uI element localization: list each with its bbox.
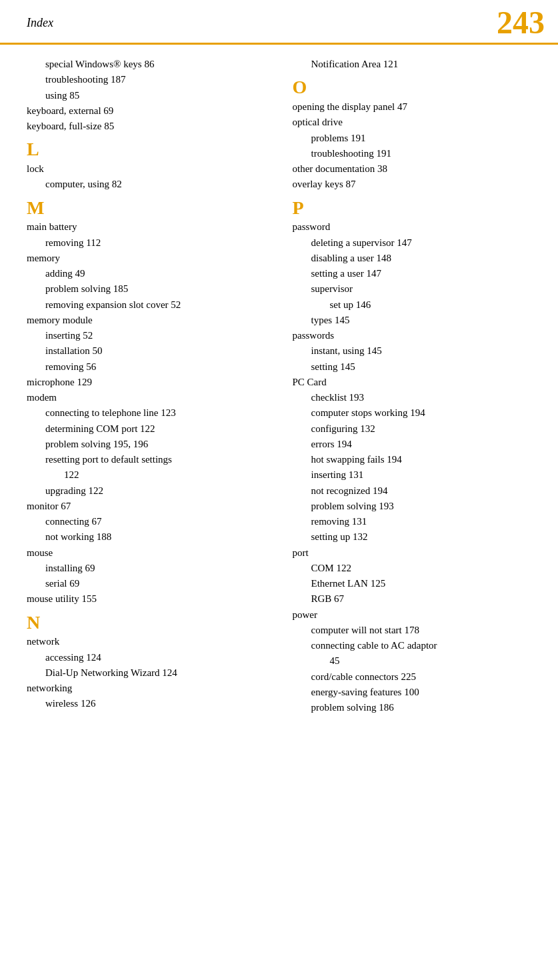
left-column: special Windows® keys 86troubleshooting … [13, 57, 279, 715]
section-letter: O [293, 77, 532, 98]
index-entry: checklist 193 [311, 390, 532, 405]
index-entry: opening the display panel 47 [293, 99, 532, 115]
index-entry: troubleshooting 191 [311, 146, 532, 161]
index-entry: removing 112 [45, 235, 266, 251]
index-entry: 122 [64, 467, 266, 483]
index-entry: computer will not start 178 [311, 623, 532, 638]
index-entry: main battery [27, 219, 266, 235]
index-entry: installing 69 [45, 561, 266, 576]
index-entry: connecting 67 [45, 514, 266, 529]
index-entry: set up 146 [330, 297, 532, 313]
section-letter: N [27, 613, 266, 633]
index-entry: other documentation 38 [293, 161, 532, 177]
index-entry: supervisor [311, 281, 532, 297]
index-entry: memory module [27, 313, 266, 328]
index-entry: COM 122 [311, 561, 532, 576]
index-entry: adding 49 [45, 266, 266, 281]
index-entry: resetting port to default settings [45, 452, 266, 467]
index-entry: memory [27, 251, 266, 266]
index-entry: keyboard, external 69 [27, 103, 266, 119]
index-entry: 45 [330, 653, 532, 669]
index-entry: hot swapping fails 194 [311, 452, 532, 467]
right-column: Notification Area 121Oopening the displa… [279, 57, 545, 715]
index-entry: removing 56 [45, 359, 266, 375]
index-entry: problems 191 [311, 131, 532, 146]
index-entry: not working 188 [45, 529, 266, 545]
index-entry: network [27, 634, 266, 649]
content-area: special Windows® keys 86troubleshooting … [0, 45, 558, 727]
index-entry: wireless 126 [45, 696, 266, 711]
index-entry: troubleshooting 187 [45, 72, 266, 87]
index-entry: cord/cable connectors 225 [311, 669, 532, 685]
index-entry: overlay keys 87 [293, 177, 532, 192]
index-entry: not recognized 194 [311, 483, 532, 499]
index-entry: configuring 132 [311, 421, 532, 437]
section-letter: M [27, 198, 266, 219]
index-entry: energy-saving features 100 [311, 685, 532, 700]
index-entry: removing expansion slot cover 52 [45, 297, 266, 313]
index-entry: problem solving 193 [311, 499, 532, 514]
index-entry: keyboard, full-size 85 [27, 119, 266, 134]
index-entry: lock [27, 161, 266, 177]
index-entry: networking [27, 681, 266, 696]
header-title: Index [13, 16, 53, 30]
index-entry: microphone 129 [27, 375, 266, 390]
index-entry: serial 69 [45, 576, 266, 591]
index-entry: computer, using 82 [45, 177, 266, 192]
index-entry: port [293, 545, 532, 561]
index-entry: accessing 124 [45, 650, 266, 665]
index-entry: mouse utility 155 [27, 591, 266, 607]
section-letter: L [27, 139, 266, 160]
index-entry: setting up 132 [311, 529, 532, 545]
index-entry: optical drive [293, 115, 532, 130]
index-entry: deleting a supervisor 147 [311, 235, 532, 251]
index-entry: password [293, 219, 532, 235]
index-entry: types 145 [311, 313, 532, 328]
index-entry: inserting 52 [45, 328, 266, 343]
index-entry: PC Card [293, 375, 532, 390]
index-entry: disabling a user 148 [311, 251, 532, 266]
index-entry: Ethernet LAN 125 [311, 576, 532, 591]
index-entry: modem [27, 390, 266, 405]
index-entry: power [293, 607, 532, 623]
index-entry: Notification Area 121 [311, 57, 532, 72]
index-entry: upgrading 122 [45, 483, 266, 499]
index-entry: special Windows® keys 86 [45, 57, 266, 72]
page-number: 243 [497, 7, 545, 39]
index-entry: passwords [293, 328, 532, 343]
index-entry: problem solving 186 [311, 700, 532, 715]
index-entry: instant, using 145 [311, 343, 532, 359]
index-entry: setting a user 147 [311, 266, 532, 281]
index-entry: connecting cable to AC adaptor [311, 638, 532, 653]
index-entry: Dial-Up Networking Wizard 124 [45, 665, 266, 681]
index-entry: connecting to telephone line 123 [45, 405, 266, 421]
index-entry: RGB 67 [311, 591, 532, 607]
index-entry: determining COM port 122 [45, 421, 266, 437]
section-letter: P [293, 198, 532, 219]
index-entry: computer stops working 194 [311, 405, 532, 421]
index-entry: problem solving 195, 196 [45, 437, 266, 452]
index-entry: mouse [27, 545, 266, 561]
index-entry: removing 131 [311, 514, 532, 529]
index-entry: problem solving 185 [45, 281, 266, 297]
index-entry: setting 145 [311, 359, 532, 375]
index-entry: using 85 [45, 88, 266, 103]
page-header: Index 243 [0, 0, 558, 45]
index-entry: inserting 131 [311, 467, 532, 483]
index-entry: errors 194 [311, 437, 532, 452]
index-entry: monitor 67 [27, 499, 266, 514]
index-entry: installation 50 [45, 343, 266, 359]
